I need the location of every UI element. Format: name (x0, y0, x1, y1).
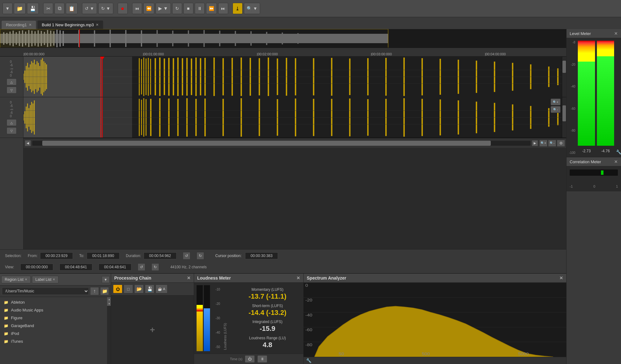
sel-undo-button[interactable]: ↺ (183, 252, 190, 260)
track-expand-btn-2[interactable]: △ (7, 119, 17, 126)
file-item-garageband[interactable]: 📁 GarageBand (0, 322, 107, 330)
open-button[interactable]: 📁 (14, 3, 26, 14)
file-item-audio-music-apps[interactable]: 📁 Audio Music Apps (0, 306, 107, 314)
tab-build1[interactable]: Build 1 New Beginnings.mp3 ✕ (37, 20, 103, 29)
proc-power-button[interactable]: ⏻ (113, 285, 122, 293)
level-wrench-area: 🔧 (616, 149, 621, 154)
path-up-button[interactable]: ↑ (90, 287, 99, 295)
zoom-in-button[interactable]: 🔍+ (551, 99, 561, 105)
proc-open-button[interactable]: 📂 (134, 285, 144, 293)
spectrum-analyzer-header: Spectrum Analyzer ✕ (304, 274, 566, 283)
tab-recording1[interactable]: Recording1 ✕ (1, 20, 36, 29)
track-collapse-btn-2[interactable]: ▽ (7, 127, 17, 134)
region-list-close[interactable]: ✕ (25, 278, 27, 281)
view-undo-button[interactable]: ↺ (138, 263, 145, 271)
zoom-button[interactable]: 🔍 ▼ (244, 3, 260, 14)
folder-icon-gb: 📁 (4, 324, 8, 328)
proc-extra-button[interactable]: ☕ A (156, 285, 167, 293)
stop-button[interactable]: ■ (183, 3, 193, 14)
spectrum-wrench-icon[interactable]: 🔧 (306, 358, 311, 363)
scroll-left-button[interactable]: ◀ (25, 140, 31, 146)
level-wrench-icon[interactable]: 🔧 (616, 149, 621, 154)
file-item-figure[interactable]: 📁 Figure (0, 314, 107, 322)
track-1-scrollbar[interactable] (562, 57, 566, 97)
skip-end-button[interactable]: ⏭ (218, 3, 228, 14)
path-folder-button[interactable]: 📁 (100, 287, 109, 295)
file-scroll-down[interactable]: ▼ (107, 301, 111, 306)
proc-new-button[interactable]: □ (124, 285, 133, 293)
zoom-in-h-button[interactable]: 🔍+ (539, 140, 547, 147)
play-button[interactable]: ▶ ▼ (156, 3, 171, 14)
label-list-close[interactable]: ✕ (53, 278, 55, 281)
horizontal-scrollbar[interactable] (32, 141, 531, 146)
level-green-left (578, 59, 595, 146)
spectrum-analyzer-close[interactable]: ✕ (559, 276, 563, 281)
label-list-tab[interactable]: Label List ✕ (32, 276, 59, 283)
overview-waveform[interactable] (0, 29, 566, 48)
file-item-itunes[interactable]: 📁 iTunes (0, 337, 107, 345)
ruler-mark-2: |00:02:00:000 (257, 52, 278, 56)
loudness-meter-header: Loudness Meter ✕ (194, 274, 303, 283)
to-input[interactable] (87, 252, 120, 259)
file-path-select[interactable]: /Users/Tim/Music (2, 287, 89, 295)
sel-redo-button[interactable]: ↻ (197, 252, 204, 260)
duration-input[interactable] (144, 252, 177, 259)
file-item-ipod[interactable]: 📁 iPod (0, 330, 107, 337)
region-list-tab[interactable]: Region List ✕ (1, 276, 31, 283)
svg-rect-40 (360, 36, 361, 41)
redo-button[interactable]: ↻ ▼ (98, 3, 113, 14)
ffwd-button[interactable]: ⏩ (206, 3, 217, 14)
svg-rect-33 (250, 31, 252, 46)
loudness-meter-close[interactable]: ✕ (296, 276, 300, 281)
file-list-row: 📁 Ableton 📁 Audio Music Apps 📁 Figure (0, 297, 111, 364)
shortterm-label: Short-term (LUFS) (237, 304, 298, 308)
pause-button[interactable]: ⏸ (195, 3, 205, 14)
tab-close-recording1[interactable]: ✕ (29, 23, 32, 27)
view-info-bar: View: ↺ ↻ 44100 Hz, 2 channels (0, 262, 566, 273)
proc-save-button[interactable]: 💾 (145, 285, 154, 293)
level-scale: -8 -20 -40 -60 -80 -100 (569, 41, 576, 154)
track-collapse-btn-1[interactable]: ▽ (7, 87, 17, 94)
loudness-pause-btn[interactable]: ⏸ (257, 355, 267, 363)
region-list-label: Region List (5, 277, 23, 282)
proc-content[interactable]: + (111, 296, 194, 364)
zoom-out-h-button[interactable]: 🔍- (548, 140, 556, 147)
save-button[interactable]: 💾 (27, 3, 39, 14)
file-list-scrollbar[interactable]: ▲ ▼ (107, 297, 111, 364)
view-dur-input[interactable] (99, 264, 131, 270)
view-to-input[interactable] (59, 264, 92, 270)
cursor-input[interactable] (245, 252, 278, 259)
info-bar: Selection: From: To: Duration: ↺ ↻ Curso… (0, 249, 566, 262)
record-button[interactable]: ● (118, 3, 128, 14)
tab-close-build1[interactable]: ✕ (96, 23, 99, 27)
file-item-ableton[interactable]: 📁 Ableton (0, 298, 107, 306)
file-scroll-up[interactable]: ▲ (107, 297, 111, 301)
loudness-content: -10 -20 -30 -40 -50 Loudness (LUFS) Mome… (194, 283, 303, 354)
view-redo-button[interactable]: ↻ (151, 263, 159, 271)
file-list: 📁 Ableton 📁 Audio Music Apps 📁 Figure (0, 297, 107, 364)
rewind-button[interactable]: ⏪ (143, 3, 154, 14)
new-button[interactable]: ▼ (3, 3, 13, 14)
track-expand-btn-1[interactable]: △ (7, 78, 17, 85)
track-2[interactable]: 🔍+ 🔍- (23, 97, 566, 138)
cut-button[interactable]: ✂ (43, 3, 53, 14)
processing-chain-close[interactable]: ✕ (187, 276, 191, 281)
track-2-scrollbar[interactable] (562, 97, 566, 138)
correlation-meter-close[interactable]: ✕ (614, 159, 618, 164)
loudness-play-btn[interactable]: ⏻ (245, 355, 255, 363)
browser-tab-arrow[interactable]: ▼ (102, 276, 110, 283)
copy-button[interactable]: ⧉ (54, 3, 64, 14)
level-meter-close[interactable]: ✕ (614, 31, 618, 36)
view-from-input[interactable] (20, 264, 53, 270)
undo-button[interactable]: ↺ ▼ (82, 3, 97, 14)
track-1[interactable] (23, 57, 566, 97)
scroll-right-button[interactable]: ▶ (532, 140, 538, 146)
snap-button[interactable]: ⤓ (233, 3, 243, 14)
skip-start-button[interactable]: ⏮ (132, 3, 142, 14)
zoom-out-button[interactable]: 🔍- (551, 106, 561, 113)
loop-button[interactable]: ↻ (172, 3, 182, 14)
momentary-stat: Momentary (LUFS) -13.7 (-11.1) (237, 287, 298, 301)
paste-button[interactable]: 📋 (66, 3, 78, 14)
settings-button[interactable]: ⚙ (557, 140, 565, 147)
from-input[interactable] (40, 252, 73, 259)
